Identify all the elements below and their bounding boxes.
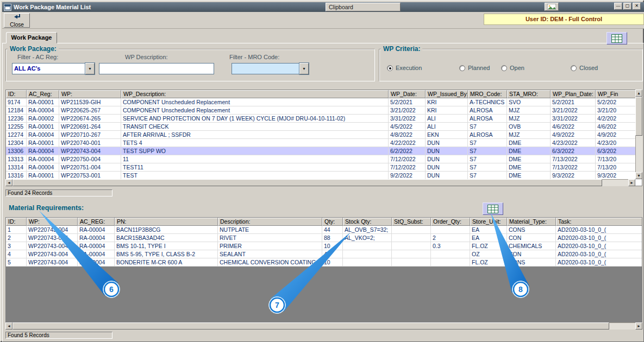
radio-closed[interactable]: Closed [571,65,598,71]
table-cell: 5/2/2021 [551,98,596,106]
table-cell: MJZ [507,131,551,139]
scroll-up-button[interactable]: ▲ [635,90,642,97]
filter-mro-code-select[interactable]: ▼ [232,63,309,74]
table-cell: 4 [322,250,343,258]
table-cell: AD2020-03-10_0_( [556,258,642,267]
column-header[interactable]: StQ_Subst: [392,218,431,226]
table-cell: RIVET [218,234,322,242]
scroll-down-button[interactable]: ▼ [635,172,642,179]
column-header[interactable]: WP: [59,90,121,98]
close-window-button[interactable]: ✕ [633,3,641,10]
column-header[interactable]: Order_Qty: [431,218,470,226]
table-row[interactable]: 13313RA-00004WP220750-004117/12/2022DUNS… [6,155,642,163]
table-row[interactable]: 9174RA-00001WP211539-GIHCOMPONENT Unsche… [6,98,642,106]
scrollbar-thumb[interactable] [635,97,642,136]
export-excel-material-button[interactable] [483,202,503,215]
table-row[interactable]: 13316RA-00001WP220753-001TEST9/2/2022DUN… [6,172,642,180]
column-header[interactable]: ID: [6,90,27,98]
table-row[interactable]: 1WP220743-004RA-00004BACN11P3B8CGNUTPLAT… [6,226,642,234]
table-cell: 6/3/202 [596,147,636,155]
column-header[interactable]: WP_Description: [121,90,389,98]
column-header[interactable]: Store_Unit: [470,218,507,226]
table-cell: RA-00004 [78,226,115,234]
table-cell: PRIMER [218,242,322,250]
table-row[interactable]: 4WP220743-004RA-00004BMS 5-95, TYPE I, C… [6,250,642,258]
radio-open[interactable]: Open [501,65,524,71]
table-cell: CONS [507,226,556,234]
table-row[interactable]: 2WP220743-004RA-00004BACR15BA3AD4CRIVET8… [6,234,642,242]
column-header[interactable]: Description: [218,218,322,226]
scroll-left-button[interactable]: ◄ [5,322,12,330]
scrollbar-thumb[interactable] [12,322,609,330]
column-header[interactable]: MRO_Code: [468,90,507,98]
table-row[interactable]: 13306RA-00004WP220743-004TEST SUPP WO6/2… [6,147,642,155]
table-cell: 7/13/20 [596,163,636,172]
table-cell: EKN [426,131,468,139]
scroll-right-button[interactable]: ► [628,179,635,186]
table-cell: DUN [426,147,468,155]
scroll-left-button[interactable]: ◄ [5,179,12,186]
scroll-right-button[interactable]: ► [635,322,642,330]
table-cell: 10 [322,242,343,250]
table-cell: 4/23/20 [596,139,636,147]
table-cell: WP220743-004 [27,226,78,234]
filter-ac-reg-dropdown-button[interactable]: ▼ [85,63,95,74]
wp-grid-vertical-scrollbar[interactable]: ▲ ▼ [635,90,642,179]
table-cell: 6/3/2022 [551,147,596,155]
radio-execution[interactable]: Execution [387,65,422,71]
close-button[interactable]: Close [4,13,30,28]
wp-description-input[interactable] [99,63,214,74]
table-row[interactable]: 12304RA-00001WP220740-001TETS 44/22/2022… [6,139,642,147]
column-header[interactable]: STA_MRO: [507,90,551,98]
table-cell: WP220753-001 [59,172,121,180]
column-header[interactable]: Stock Qty: [343,218,392,226]
window-title: Work Package Material List [14,4,91,10]
column-header[interactable]: ID: [6,218,27,226]
table-cell [392,226,431,234]
table-cell: TEST11 [121,163,389,172]
clipboard-toolbar-label: Clipboard [329,4,353,10]
clipboard-toolbar[interactable]: Clipboard [326,3,401,11]
table-cell: BMS 5-95, TYPE I, CLASS B-2 [115,250,218,258]
image-button[interactable] [545,3,559,11]
column-header[interactable]: AC_REG: [78,218,115,226]
column-header[interactable]: Task: [556,218,642,226]
table-row[interactable]: 12255RA-00001WP220691-264TRANSIT CHECK4/… [6,123,642,131]
material-grid-horizontal-scrollbar[interactable]: ◄ ► [5,322,642,330]
table-cell: 9174 [6,98,27,106]
radio-circle-icon [571,65,577,71]
column-header[interactable]: Material_Type: [507,218,556,226]
column-header[interactable]: WP_Fin [596,90,636,98]
column-header[interactable]: WP_Issued_By: [426,90,468,98]
table-row[interactable]: 3WP220743-004RA-00004BMS 10-11, TYPE IPR… [6,242,642,250]
column-header[interactable]: Qty: [322,218,343,226]
maximize-button[interactable]: ▢ [623,3,632,10]
scroll-right-icon: ► [637,324,641,328]
radio-planned[interactable]: Planned [459,65,490,71]
table-row[interactable]: 5WP220743-004RA-00004BONDERITE M-CR 600 … [6,258,642,267]
column-header[interactable]: PN: [115,218,218,226]
table-row[interactable]: 12236RA-00002WP220674-265SERVICE AND PRO… [6,115,642,123]
table-cell: WP220743-004 [59,147,121,155]
material-grid-status: Found 5 Records [5,332,112,339]
column-header[interactable]: WP_Plan_Date: [551,90,596,98]
table-cell: WP220674-265 [59,115,121,123]
table-row[interactable]: 12184RA-00004WP220625-267COMPONENT Unsch… [6,106,642,115]
minimize-button[interactable]: — [614,3,622,10]
table-cell: OVB [507,123,551,131]
table-row[interactable]: 12274RA-00004WP220710-267AFTER ARRIVAL ;… [6,131,642,139]
table-cell: 5/2/202 [596,98,636,106]
filter-ac-reg-select[interactable]: ALL AC's ▼ [12,63,95,74]
column-header[interactable]: WP_Date: [389,90,426,98]
export-excel-wp-button[interactable] [607,32,627,45]
column-header[interactable]: AC_Reg: [27,90,59,98]
scrollbar-thumb[interactable] [12,179,602,186]
tab-work-package[interactable]: Work Package [6,32,57,43]
wp-grid-horizontal-scrollbar[interactable]: ◄ ► [5,179,635,186]
table-row[interactable]: 13314RA-00004WP220751-004TEST117/12/2022… [6,163,642,172]
column-header[interactable]: WP: [27,218,78,226]
filter-mro-code-dropdown-button[interactable]: ▼ [299,63,309,74]
material-requirements-grid: ID:WP:AC_REG:PN:Description:Qty:Stock Qt… [5,217,642,322]
table-cell: WP220740-001 [59,139,121,147]
table-cell: 7/13/2022 [551,163,596,172]
